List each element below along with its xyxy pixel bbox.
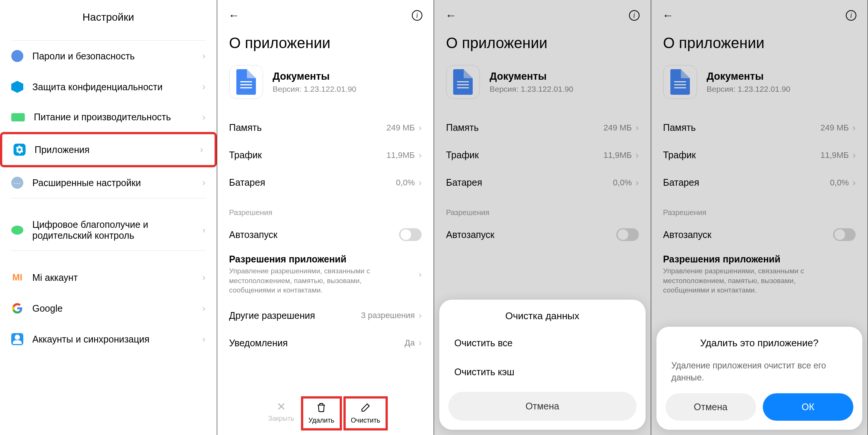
- chevron-right-icon: ›: [636, 150, 639, 161]
- settings-item-label: Google: [32, 303, 203, 314]
- dialog-title: Очистка данных: [448, 310, 637, 322]
- app-name: Документы: [273, 71, 357, 82]
- mi-logo-icon: MI: [11, 271, 23, 283]
- clear-button[interactable]: Очистить: [343, 396, 388, 430]
- memory-label: Память: [229, 122, 262, 133]
- clear-cache-option[interactable]: Очистить кэш: [448, 358, 637, 386]
- app-permissions-row[interactable]: Разрешения приложений Управление разреше…: [651, 249, 868, 302]
- battery-value: 0,0%: [830, 178, 849, 188]
- traffic-row[interactable]: Трафик 11,9МБ›: [651, 141, 868, 169]
- eraser-icon: [361, 402, 370, 415]
- gear-icon: [14, 144, 26, 156]
- page-title: О приложении: [651, 27, 868, 65]
- traffic-label: Трафик: [663, 150, 696, 161]
- app-version: Версия: 1.23.122.01.90: [707, 85, 791, 94]
- chevron-right-icon: ›: [636, 177, 639, 188]
- settings-item-advanced[interactable]: ··· Расширенные настройки ›: [0, 167, 217, 198]
- settings-item-accounts-sync[interactable]: Аккаунты и синхронизация ›: [0, 324, 217, 355]
- permissions-desc: Управление разрешениями, связанными с ме…: [229, 266, 395, 295]
- other-permissions-row[interactable]: Другие разрешения 3 разрешения›: [217, 302, 434, 329]
- memory-row[interactable]: Память 249 МБ›: [434, 114, 651, 141]
- autostart-label: Автозапуск: [229, 229, 278, 240]
- clear-data-dialog-screen: ← i О приложении Документы Версия: 1.23.…: [434, 0, 651, 435]
- close-icon: ✕: [277, 400, 286, 413]
- settings-item-security[interactable]: Пароли и безопасность ›: [0, 41, 217, 71]
- chevron-right-icon: ›: [203, 177, 206, 188]
- battery-row[interactable]: Батарея 0,0%›: [217, 169, 434, 196]
- permissions-desc: Управление разрешениями, связанными с ме…: [663, 266, 829, 295]
- chevron-right-icon: ›: [203, 82, 206, 92]
- ok-button[interactable]: ОК: [763, 393, 853, 421]
- traffic-value: 11,9МБ: [603, 150, 632, 160]
- settings-item-mi-account[interactable]: MI Mi аккаунт ›: [0, 262, 217, 293]
- traffic-value: 11,9МБ: [386, 150, 415, 160]
- settings-item-label: Питание и производительность: [34, 112, 203, 123]
- app-header: ← i: [651, 0, 868, 27]
- permissions-section-header: Разрешения: [434, 196, 651, 220]
- autostart-toggle[interactable]: [616, 228, 639, 241]
- app-version: Версия: 1.23.122.01.90: [273, 85, 357, 94]
- chevron-right-icon: ›: [419, 269, 422, 280]
- settings-item-label: Приложения: [35, 144, 200, 155]
- clear-all-option[interactable]: Очистить все: [448, 329, 637, 358]
- battery-row[interactable]: Батарея 0,0%›: [434, 169, 651, 196]
- app-permissions-row[interactable]: Разрешения приложений Управление разреше…: [217, 249, 434, 302]
- permissions-title: Разрешения приложений: [229, 254, 419, 265]
- battery-value: 0,0%: [396, 178, 415, 188]
- chevron-right-icon: ›: [203, 303, 206, 314]
- battery-row[interactable]: Батарея 0,0%›: [651, 169, 868, 196]
- docs-icon: [453, 69, 473, 95]
- chevron-right-icon: ›: [203, 225, 206, 235]
- back-icon[interactable]: ←: [228, 9, 240, 22]
- settings-item-apps[interactable]: Приложения ›: [0, 132, 217, 167]
- close-label: Закрыть: [268, 415, 294, 423]
- app-name: Документы: [707, 71, 791, 82]
- memory-value: 249 МБ: [820, 123, 849, 133]
- traffic-label: Трафик: [446, 150, 479, 161]
- chevron-right-icon: ›: [203, 272, 206, 283]
- delete-button[interactable]: Удалить: [301, 396, 342, 430]
- cancel-button[interactable]: Отмена: [448, 392, 637, 421]
- settings-item-power[interactable]: Питание и производительность ›: [0, 102, 217, 132]
- back-icon[interactable]: ←: [445, 9, 457, 22]
- page-title: О приложении: [217, 27, 434, 65]
- traffic-value: 11,9МБ: [820, 150, 849, 160]
- autostart-toggle[interactable]: [399, 228, 422, 241]
- battery-label: Батарея: [446, 177, 482, 188]
- settings-item-label: Защита конфиденциальности: [32, 82, 203, 92]
- traffic-row[interactable]: Трафик 11,9МБ›: [434, 141, 651, 169]
- memory-row[interactable]: Память 249 МБ›: [217, 114, 434, 141]
- close-button[interactable]: ✕ Закрыть: [263, 396, 299, 430]
- chevron-right-icon: ›: [200, 144, 203, 155]
- settings-item-wellbeing[interactable]: Цифровое благополучие и родительский кон…: [0, 210, 217, 250]
- other-permissions-value: 3 разрешения: [361, 311, 415, 320]
- autostart-row: Автозапуск: [651, 220, 868, 249]
- trash-icon: [316, 402, 326, 415]
- memory-label: Память: [663, 122, 696, 133]
- autostart-toggle[interactable]: [833, 228, 856, 241]
- memory-row[interactable]: Память 249 МБ›: [651, 114, 868, 141]
- notifications-row[interactable]: Уведомления Да›: [217, 329, 434, 357]
- app-name: Документы: [490, 71, 573, 82]
- autostart-row: Автозапуск: [217, 220, 434, 249]
- settings-screen: Настройки Пароли и безопасность › Защита…: [0, 0, 217, 435]
- chevron-right-icon: ›: [419, 310, 422, 321]
- settings-item-privacy[interactable]: Защита конфиденциальности ›: [0, 71, 217, 102]
- settings-item-label: Пароли и безопасность: [32, 51, 203, 62]
- clear-data-dialog: Очистка данных Очистить все Очистить кэш…: [439, 300, 646, 430]
- settings-title: Настройки: [0, 0, 217, 40]
- info-icon[interactable]: i: [629, 10, 640, 21]
- settings-item-google[interactable]: Google ›: [0, 293, 217, 324]
- dialog-message: Удаление приложения очистит все его данн…: [665, 356, 854, 393]
- back-icon[interactable]: ←: [662, 9, 674, 22]
- traffic-row[interactable]: Трафик 11,9МБ›: [217, 141, 434, 169]
- info-icon[interactable]: i: [846, 10, 856, 21]
- autostart-label: Автозапуск: [663, 229, 712, 240]
- app-header: ← i: [217, 0, 434, 27]
- chevron-right-icon: ›: [419, 338, 422, 348]
- app-card: Документы Версия: 1.23.122.01.90: [651, 65, 868, 114]
- info-icon[interactable]: i: [412, 10, 422, 21]
- chevron-right-icon: ›: [853, 177, 856, 188]
- cancel-button[interactable]: Отмена: [665, 393, 756, 421]
- docs-icon: [670, 69, 690, 95]
